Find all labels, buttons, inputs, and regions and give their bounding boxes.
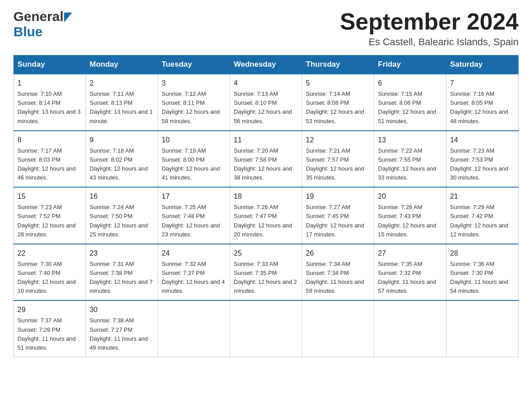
day-number: 1 (17, 78, 82, 89)
table-row: 24Sunrise: 7:32 AMSunset: 7:37 PMDayligh… (158, 244, 230, 301)
day-info: Sunrise: 7:22 AMSunset: 7:55 PMDaylight:… (378, 147, 436, 181)
calendar-week-row: 1Sunrise: 7:10 AMSunset: 8:14 PMDaylight… (14, 74, 519, 131)
table-row: 10Sunrise: 7:19 AMSunset: 8:00 PMDayligh… (158, 131, 230, 188)
day-number: 16 (90, 191, 154, 202)
title-block: September 2024 Es Castell, Balearic Isla… (340, 9, 519, 48)
day-number: 2 (90, 78, 154, 89)
day-number: 26 (306, 248, 370, 259)
day-info: Sunrise: 7:32 AMSunset: 7:37 PMDaylight:… (162, 261, 225, 294)
day-info: Sunrise: 7:38 AMSunset: 7:27 PMDaylight:… (90, 317, 148, 351)
col-monday: Monday (86, 56, 158, 74)
day-number: 19 (306, 191, 370, 202)
logo: General Blue (13, 9, 72, 39)
calendar-table: Sunday Monday Tuesday Wednesday Thursday… (13, 55, 519, 357)
table-row (230, 300, 302, 357)
day-info: Sunrise: 7:30 AMSunset: 7:40 PMDaylight:… (17, 261, 76, 294)
day-info: Sunrise: 7:37 AMSunset: 7:29 PMDaylight:… (17, 317, 76, 351)
table-row: 14Sunrise: 7:23 AMSunset: 7:53 PMDayligh… (446, 131, 519, 188)
calendar-title: September 2024 (340, 9, 519, 34)
table-row (446, 300, 519, 357)
table-row: 13Sunrise: 7:22 AMSunset: 7:55 PMDayligh… (374, 131, 446, 188)
day-info: Sunrise: 7:29 AMSunset: 7:42 PMDaylight:… (450, 204, 508, 237)
day-info: Sunrise: 7:28 AMSunset: 7:43 PMDaylight:… (378, 204, 436, 237)
day-number: 10 (162, 135, 226, 146)
table-row: 28Sunrise: 7:36 AMSunset: 7:30 PMDayligh… (446, 244, 519, 301)
day-number: 7 (450, 78, 515, 89)
calendar-week-row: 15Sunrise: 7:23 AMSunset: 7:52 PMDayligh… (14, 187, 519, 244)
table-row: 17Sunrise: 7:25 AMSunset: 7:48 PMDayligh… (158, 187, 230, 244)
table-row: 12Sunrise: 7:21 AMSunset: 7:57 PMDayligh… (302, 131, 374, 188)
day-number: 4 (234, 78, 298, 89)
day-number: 3 (162, 78, 226, 89)
day-info: Sunrise: 7:21 AMSunset: 7:57 PMDaylight:… (306, 147, 364, 181)
table-row (302, 300, 374, 357)
table-row: 18Sunrise: 7:26 AMSunset: 7:47 PMDayligh… (230, 187, 302, 244)
day-number: 22 (17, 248, 82, 259)
table-row: 26Sunrise: 7:34 AMSunset: 7:34 PMDayligh… (302, 244, 374, 301)
page-header: General Blue September 2024 Es Castell, … (13, 9, 519, 48)
day-info: Sunrise: 7:19 AMSunset: 8:00 PMDaylight:… (162, 147, 220, 181)
table-row: 5Sunrise: 7:14 AMSunset: 8:08 PMDaylight… (302, 74, 374, 131)
table-row: 25Sunrise: 7:33 AMSunset: 7:35 PMDayligh… (230, 244, 302, 301)
day-info: Sunrise: 7:17 AMSunset: 8:03 PMDaylight:… (17, 147, 76, 181)
day-info: Sunrise: 7:18 AMSunset: 8:02 PMDaylight:… (90, 147, 148, 181)
col-sunday: Sunday (14, 56, 86, 74)
day-info: Sunrise: 7:11 AMSunset: 8:13 PMDaylight:… (90, 90, 153, 124)
table-row: 8Sunrise: 7:17 AMSunset: 8:03 PMDaylight… (14, 131, 86, 188)
day-info: Sunrise: 7:12 AMSunset: 8:11 PMDaylight:… (162, 90, 220, 124)
day-info: Sunrise: 7:20 AMSunset: 7:58 PMDaylight:… (234, 147, 292, 181)
calendar-week-row: 22Sunrise: 7:30 AMSunset: 7:40 PMDayligh… (14, 244, 519, 301)
day-number: 13 (378, 135, 442, 146)
col-wednesday: Wednesday (230, 56, 302, 74)
day-info: Sunrise: 7:36 AMSunset: 7:30 PMDaylight:… (450, 261, 508, 294)
day-info: Sunrise: 7:23 AMSunset: 7:53 PMDaylight:… (450, 147, 508, 181)
day-info: Sunrise: 7:13 AMSunset: 8:10 PMDaylight:… (234, 90, 292, 124)
day-info: Sunrise: 7:26 AMSunset: 7:47 PMDaylight:… (234, 204, 292, 237)
logo-triangle-icon (64, 13, 72, 24)
table-row (374, 300, 446, 357)
table-row: 2Sunrise: 7:11 AMSunset: 8:13 PMDaylight… (86, 74, 158, 131)
table-row: 11Sunrise: 7:20 AMSunset: 7:58 PMDayligh… (230, 131, 302, 188)
day-number: 8 (17, 135, 82, 146)
table-row: 23Sunrise: 7:31 AMSunset: 7:38 PMDayligh… (86, 244, 158, 301)
table-row: 20Sunrise: 7:28 AMSunset: 7:43 PMDayligh… (374, 187, 446, 244)
day-number: 25 (234, 248, 298, 259)
calendar-location: Es Castell, Balearic Islands, Spain (340, 36, 519, 48)
day-info: Sunrise: 7:31 AMSunset: 7:38 PMDaylight:… (90, 261, 153, 294)
day-number: 29 (17, 304, 82, 315)
table-row: 27Sunrise: 7:35 AMSunset: 7:32 PMDayligh… (374, 244, 446, 301)
day-number: 30 (90, 304, 154, 315)
table-row: 15Sunrise: 7:23 AMSunset: 7:52 PMDayligh… (14, 187, 86, 244)
calendar-header-row: Sunday Monday Tuesday Wednesday Thursday… (14, 56, 519, 74)
day-info: Sunrise: 7:14 AMSunset: 8:08 PMDaylight:… (306, 90, 364, 124)
day-info: Sunrise: 7:35 AMSunset: 7:32 PMDaylight:… (378, 261, 436, 294)
table-row: 7Sunrise: 7:16 AMSunset: 8:05 PMDaylight… (446, 74, 519, 131)
day-info: Sunrise: 7:16 AMSunset: 8:05 PMDaylight:… (450, 90, 508, 124)
day-number: 11 (234, 135, 298, 146)
day-number: 18 (234, 191, 298, 202)
day-number: 5 (306, 78, 370, 89)
day-number: 12 (306, 135, 370, 146)
day-info: Sunrise: 7:27 AMSunset: 7:45 PMDaylight:… (306, 204, 364, 237)
day-number: 20 (378, 191, 442, 202)
table-row: 9Sunrise: 7:18 AMSunset: 8:02 PMDaylight… (86, 131, 158, 188)
day-info: Sunrise: 7:25 AMSunset: 7:48 PMDaylight:… (162, 204, 220, 237)
day-number: 17 (162, 191, 226, 202)
svg-marker-0 (64, 13, 72, 22)
day-number: 21 (450, 191, 515, 202)
day-number: 6 (378, 78, 442, 89)
calendar-week-row: 8Sunrise: 7:17 AMSunset: 8:03 PMDaylight… (14, 131, 519, 188)
day-info: Sunrise: 7:15 AMSunset: 8:06 PMDaylight:… (378, 90, 436, 124)
col-friday: Friday (374, 56, 446, 74)
table-row: 3Sunrise: 7:12 AMSunset: 8:11 PMDaylight… (158, 74, 230, 131)
day-info: Sunrise: 7:33 AMSunset: 7:35 PMDaylight:… (234, 261, 297, 294)
table-row: 21Sunrise: 7:29 AMSunset: 7:42 PMDayligh… (446, 187, 519, 244)
table-row: 4Sunrise: 7:13 AMSunset: 8:10 PMDaylight… (230, 74, 302, 131)
table-row (158, 300, 230, 357)
col-saturday: Saturday (446, 56, 519, 74)
col-tuesday: Tuesday (158, 56, 230, 74)
day-number: 9 (90, 135, 154, 146)
day-number: 15 (17, 191, 82, 202)
day-number: 27 (378, 248, 442, 259)
day-info: Sunrise: 7:34 AMSunset: 7:34 PMDaylight:… (306, 261, 364, 294)
